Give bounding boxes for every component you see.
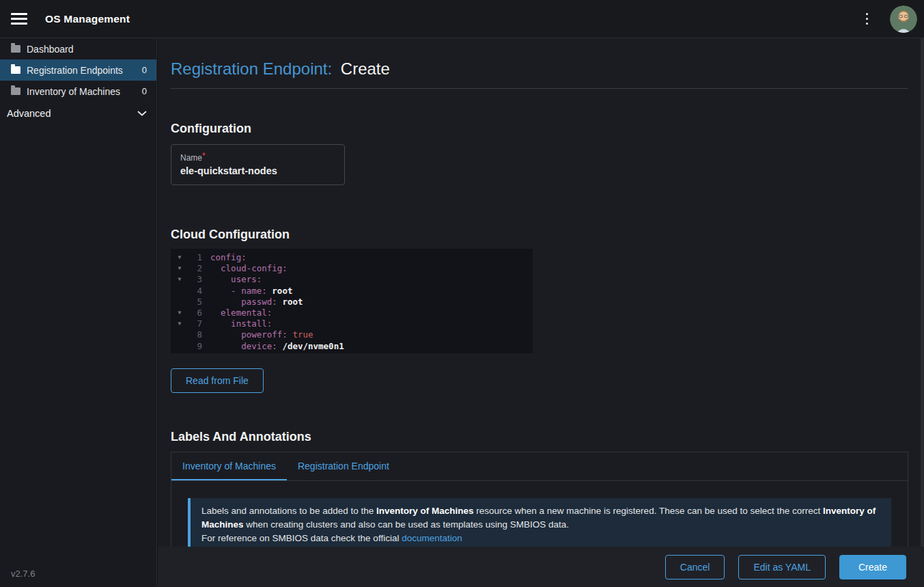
version-label: v2.7.6 xyxy=(11,569,35,579)
required-asterisk: * xyxy=(202,151,206,161)
hamburger-menu-icon[interactable] xyxy=(11,13,27,25)
fold-arrow-icon[interactable]: ▼ xyxy=(171,308,188,318)
cancel-button[interactable]: Cancel xyxy=(665,555,725,579)
banner-text-line2: For reference on SMBIOS data check the o… xyxy=(201,533,402,543)
fold-arrow-icon[interactable] xyxy=(171,341,188,352)
scrollbar[interactable] xyxy=(921,38,924,587)
code-line: ▼3 users: xyxy=(171,274,533,285)
folder-icon xyxy=(11,66,20,74)
documentation-link[interactable]: documentation xyxy=(402,533,462,543)
line-number: 9 xyxy=(188,341,202,352)
sidebar-item-dashboard[interactable]: Dashboard xyxy=(0,38,156,59)
code-line: ▼2 cloud-config: xyxy=(171,263,533,274)
cloud-configuration-heading: Cloud Configuration xyxy=(171,228,908,242)
footer-action-bar: Cancel Edit as YAML Create xyxy=(158,547,924,587)
name-input[interactable] xyxy=(180,165,335,176)
code-line: ▼7 install: xyxy=(171,318,533,329)
sidebar: Dashboard Registration Endpoints 0 Inven… xyxy=(0,38,157,587)
kebab-menu-icon[interactable] xyxy=(859,9,876,29)
name-field[interactable]: Name* xyxy=(171,144,345,185)
folder-icon xyxy=(11,45,20,53)
configuration-heading: Configuration xyxy=(171,122,908,136)
page-title: Registration Endpoint: Create xyxy=(171,38,908,79)
fold-arrow-icon[interactable] xyxy=(171,297,188,308)
line-number: 2 xyxy=(188,263,202,274)
fold-arrow-icon[interactable]: ▼ xyxy=(171,274,188,285)
name-field-label: Name xyxy=(180,153,202,163)
labels-annotations-heading: Labels And Annotations xyxy=(171,430,908,444)
avatar-image xyxy=(890,5,917,33)
read-from-file-button[interactable]: Read from File xyxy=(171,368,264,393)
chevron-down-icon xyxy=(137,111,147,116)
sidebar-item-inventory-of-machines[interactable]: Inventory of Machines 0 xyxy=(0,81,156,102)
info-banner: Labels and annotations to be added to th… xyxy=(188,498,891,554)
tab-registration-endpoint[interactable]: Registration Endpoint xyxy=(287,452,400,480)
sidebar-item-label: Inventory of Machines xyxy=(27,86,120,97)
line-number: 3 xyxy=(188,274,202,285)
line-number: 5 xyxy=(188,297,202,308)
create-button[interactable]: Create xyxy=(839,555,906,579)
count-badge: 0 xyxy=(142,86,147,96)
main-content: Registration Endpoint: Create Configurat… xyxy=(158,38,924,587)
page-title-resource: Registration Endpoint: xyxy=(171,59,332,78)
edit-as-yaml-button[interactable]: Edit as YAML xyxy=(738,555,826,579)
sidebar-item-label: Registration Endpoints xyxy=(27,65,123,76)
banner-text: Labels and annotations to be added to th… xyxy=(201,506,376,516)
code-line: ▼1config: xyxy=(171,252,533,263)
line-number: 4 xyxy=(188,286,202,297)
tab-bar: Inventory of Machines Registration Endpo… xyxy=(171,452,908,481)
title-divider xyxy=(171,88,908,89)
app-title: OS Management xyxy=(45,13,130,25)
page-title-action: Create xyxy=(341,59,390,78)
fold-arrow-icon[interactable]: ▼ xyxy=(171,318,188,329)
sidebar-group-advanced[interactable]: Advanced xyxy=(0,102,156,125)
fold-arrow-icon[interactable]: ▼ xyxy=(171,252,188,263)
sidebar-group-label: Advanced xyxy=(7,108,51,119)
top-bar: OS Management xyxy=(0,0,924,38)
line-number: 1 xyxy=(188,252,202,263)
fold-arrow-icon[interactable]: ▼ xyxy=(171,263,188,274)
count-badge: 0 xyxy=(142,65,147,75)
code-line: 4 - name: root xyxy=(171,286,533,297)
tab-inventory-of-machines[interactable]: Inventory of Machines xyxy=(171,452,287,480)
line-number: 8 xyxy=(188,329,202,340)
line-number: 7 xyxy=(188,318,202,329)
code-line: 8 poweroff: true xyxy=(171,329,533,340)
folder-icon xyxy=(11,87,20,95)
fold-arrow-icon[interactable] xyxy=(171,329,188,340)
sidebar-item-label: Dashboard xyxy=(27,44,74,55)
fold-arrow-icon[interactable] xyxy=(171,286,188,297)
line-number: 6 xyxy=(188,308,202,318)
code-line: ▼6 elemental: xyxy=(171,308,533,318)
cloud-config-code-editor[interactable]: ▼1config: ▼2 cloud-config: ▼3 users: 4 -… xyxy=(171,249,533,353)
code-line: 5 passwd: root xyxy=(171,297,533,308)
code-line: 9 device: /dev/nvme0n1 xyxy=(171,341,533,352)
sidebar-item-registration-endpoints[interactable]: Registration Endpoints 0 xyxy=(0,59,156,81)
user-avatar[interactable] xyxy=(890,5,917,33)
